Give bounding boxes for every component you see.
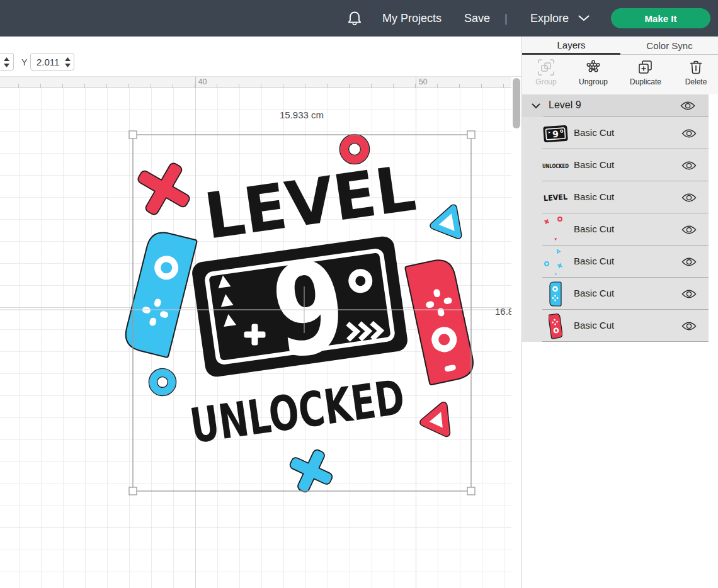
blue-joycon-thumbnail	[541, 278, 570, 310]
selection-width-label: 15.933 cm	[280, 110, 324, 120]
design-artboard: LEVEL	[0, 88, 511, 588]
panel-tabs: Layers Color Sync	[522, 37, 718, 55]
layer-label: Basic Cut	[574, 223, 614, 234]
position-toolbar: Y 2.011	[0, 37, 521, 77]
layer-row-level[interactable]: LEVEL Basic Cut	[522, 181, 709, 213]
bell-icon[interactable]	[346, 0, 363, 37]
delete-button[interactable]: Delete	[673, 59, 718, 92]
layer-group-header[interactable]: Level 9	[522, 94, 709, 117]
y-value: 2.011	[37, 57, 59, 67]
layer-label: Basic Cut	[574, 320, 614, 331]
ruler-label: 40	[198, 77, 207, 86]
make-it-button[interactable]: Make It	[611, 8, 710, 28]
top-nav: My Projects Save | Explore Make It	[0, 0, 718, 37]
svg-text:UNLOCKED: UNLOCKED	[542, 162, 569, 169]
group-icon	[538, 59, 554, 76]
svg-text:9: 9	[552, 128, 559, 139]
row-separator	[542, 341, 709, 342]
y-label: Y	[21, 57, 27, 67]
level-text-thumbnail: LEVEL	[541, 181, 570, 213]
tab-color-sync[interactable]: Color Sync	[620, 37, 718, 55]
ruler-major-tick	[195, 77, 196, 88]
eye-icon[interactable]	[680, 319, 698, 333]
svg-text:LEVEL: LEVEL	[544, 192, 568, 203]
y-stepper-arrows-icon[interactable]	[65, 57, 71, 67]
console-thumbnail: 9	[541, 117, 570, 149]
duplicate-icon	[637, 59, 654, 76]
red-cross-shape	[127, 152, 200, 225]
blue-ring-shape	[149, 368, 176, 395]
x-stepper[interactable]	[0, 53, 14, 71]
canvas-scrollbar	[511, 77, 521, 588]
selection-height-label: 16.8	[495, 306, 511, 317]
eye-icon[interactable]	[678, 99, 697, 113]
layer-label: Basic Cut	[574, 256, 614, 266]
blue-triangle-shape	[431, 208, 458, 240]
group-button[interactable]: Group	[523, 59, 569, 92]
stepper-arrows-icon	[4, 57, 9, 67]
chevron-down-icon[interactable]	[578, 0, 590, 37]
eye-icon[interactable]	[680, 127, 698, 140]
layer-label: Basic Cut	[574, 159, 614, 170]
ruler-label: 50	[419, 77, 427, 86]
nav-explore[interactable]: Explore	[530, 0, 569, 37]
horizontal-ruler: 40 50	[0, 77, 511, 88]
red-joycon-thumbnail	[541, 310, 570, 342]
eye-icon[interactable]	[680, 159, 698, 172]
red-shapes-thumbnail	[541, 213, 570, 246]
layer-row-red-shapes[interactable]: Basic Cut	[522, 213, 709, 246]
ungroup-icon	[585, 59, 601, 76]
unlocked-text-thumbnail: UNLOCKED	[541, 149, 570, 181]
delete-icon	[688, 59, 704, 76]
eye-icon[interactable]	[680, 223, 698, 237]
red-joycon-shape	[405, 257, 476, 385]
layer-row-blue-joycon[interactable]: Basic Cut	[522, 278, 709, 310]
scrollbar-thumb[interactable]	[513, 78, 520, 128]
collapse-chevron-icon[interactable]	[532, 103, 540, 109]
ruler-minor-ticks	[0, 84, 511, 88]
group-name: Level 9	[549, 99, 581, 111]
layer-row-console[interactable]: 9 Basic Cut	[522, 117, 709, 149]
layer-row-blue-shapes[interactable]: Basic Cut	[522, 246, 709, 278]
selection-handle[interactable]	[129, 487, 137, 495]
selection-handle[interactable]	[467, 131, 475, 139]
blue-shapes-thumbnail	[541, 246, 570, 278]
layer-row-red-joycon[interactable]: Basic Cut	[522, 310, 709, 342]
layer-label: Basic Cut	[574, 288, 614, 298]
level9-design-group[interactable]: LEVEL	[122, 134, 476, 499]
design-canvas[interactable]: LEVEL	[0, 88, 511, 588]
nav-save[interactable]: Save	[464, 0, 490, 37]
layer-label: Basic Cut	[574, 127, 614, 138]
layer-actions-toolbar: Group Ungroup	[522, 55, 718, 94]
selection-handle[interactable]	[467, 487, 475, 495]
nav-my-projects[interactable]: My Projects	[382, 0, 442, 37]
ungroup-button[interactable]: Ungroup	[571, 59, 616, 92]
selection-handle[interactable]	[129, 131, 137, 139]
layer-row-unlocked[interactable]: UNLOCKED Basic Cut	[522, 149, 709, 181]
eye-icon[interactable]	[680, 287, 698, 301]
eye-icon[interactable]	[680, 255, 698, 269]
y-input[interactable]: 2.011	[30, 53, 74, 71]
tab-layers[interactable]: Layers	[522, 37, 620, 55]
nav-divider: |	[504, 0, 508, 37]
ruler-major-tick	[416, 77, 416, 88]
blue-joycon-shape	[122, 229, 197, 358]
red-triangle-shape	[421, 406, 450, 438]
duplicate-button[interactable]: Duplicate	[623, 59, 668, 92]
layer-label: Basic Cut	[574, 191, 614, 202]
eye-icon[interactable]	[680, 191, 698, 205]
layers-panel: Layers Color Sync Group	[521, 37, 718, 588]
